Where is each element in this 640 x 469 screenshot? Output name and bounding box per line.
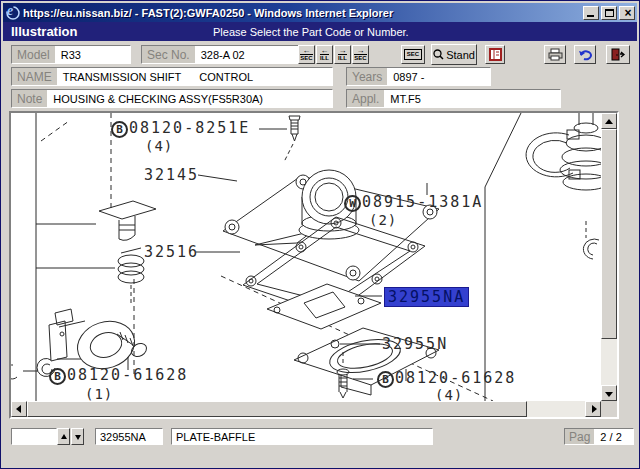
next-section-button[interactable]: → SEC [352,45,369,64]
secno-field[interactable]: Sec No. 328-A 02 [141,45,301,64]
book-icon [489,48,502,61]
scrollbar-corner [601,401,617,417]
illustration-viewport[interactable]: B08120-8251E (4) 32145 W08915-1381A (2) … [11,113,601,401]
plate-32145 [223,170,439,281]
illustration-frame: B08120-8251E (4) 32145 W08915-1381A (2) … [9,111,619,419]
secno-value: 328-A 02 [195,46,245,63]
prev-section-button[interactable]: ← SEC [298,45,315,64]
name-label: NAME [12,68,57,85]
window-title: https://eu.nissan.biz/ - FAST(2):GWFA025… [23,7,581,19]
print-button[interactable] [544,45,566,64]
parts-manual-button[interactable] [485,45,505,64]
next-illustration-button[interactable]: → ILL [334,45,351,64]
prev-section-label: SEC [300,54,312,62]
part-label-32145[interactable]: 32145 [144,166,199,184]
circled-b-icon: B [49,368,66,385]
spin-up-button[interactable] [57,428,70,445]
internet-explorer-icon: e [6,6,20,20]
maximize-icon [605,9,614,17]
page-title: Illustration [11,24,77,39]
arrow-down-icon [75,435,81,440]
part-label-08915-1381A[interactable]: W08915-1381A [344,193,483,212]
circled-b-icon: B [377,371,394,388]
horizontal-scrollbar[interactable] [11,401,601,417]
scroll-up-button[interactable] [601,113,617,129]
name-field: NAME TRANSMISSION SHIFT CONTROL [11,67,333,86]
window-titlebar: e https://eu.nissan.biz/ - FAST(2):GWFA0… [3,3,637,22]
circled-b-icon: B [111,121,128,138]
check-spring [118,248,144,305]
scroll-down-button[interactable] [601,385,617,401]
model-label: Model [12,46,55,63]
exit-button[interactable] [606,45,630,64]
note-field: Note HOUSING & CHECKING ASSY(FS5R30A) [11,89,333,108]
part-label-08120-8251E[interactable]: B08120-8251E [111,119,250,138]
stand-label: Stand [446,49,475,61]
maximize-button[interactable] [601,6,617,20]
part-label-32516[interactable]: 32516 [144,243,199,261]
printer-icon [548,48,563,61]
minimize-button[interactable] [583,6,599,20]
secno-label: Sec No. [142,46,195,63]
part-label-32955NA-selected[interactable]: 32955NA [384,287,469,307]
appl-field: Appl. MT.F5 [346,89,561,108]
app-header: Illustration Please Select the Part Code… [3,22,637,41]
years-label: Years [347,68,387,85]
scroll-right-button[interactable] [585,401,601,417]
check-ball-plug [99,201,156,240]
close-icon: × [620,6,636,20]
snap-ring-right [583,239,599,259]
diagram-svg [11,113,601,401]
model-value: R33 [55,46,81,63]
qty-label: (4) [145,138,173,154]
qty-label: (1) [85,386,113,401]
model-field[interactable]: Model R33 [11,45,131,64]
close-button[interactable]: × [619,6,635,20]
next-section-label: SEC [354,54,366,62]
browser-window: e https://eu.nissan.biz/ - FAST(2):GWFA0… [0,0,640,469]
appl-value: MT.F5 [384,90,421,107]
bolt-8251e [284,116,300,162]
section-list-button[interactable]: SEC [401,45,425,64]
exit-door-icon [611,48,626,61]
h-scroll-thumb[interactable] [27,401,527,417]
prev-illustration-label: ILL [320,54,329,62]
jump-input[interactable] [11,428,57,445]
years-field: Years 0897 - [346,67,491,86]
prev-illustration-button[interactable]: ← ILL [316,45,333,64]
name-value: TRANSMISSION SHIFT CONTROL [57,68,253,85]
part-code-box: 32955NA [95,428,163,445]
spin-down-button[interactable] [71,428,84,445]
arrow-left-icon [16,405,21,413]
part-label-32955N[interactable]: 32955N [382,335,448,353]
bolt-61628-left [117,332,149,370]
qty-label: (2) [369,212,397,228]
page-label: Pag [565,429,594,444]
vertical-scrollbar[interactable] [601,113,617,401]
part-label-08120-61628-left[interactable]: B08120-61628 [49,366,188,385]
qty-label: (4) [435,387,463,401]
arrow-up-icon [605,119,613,124]
note-label: Note [12,90,47,107]
page-value: 2 / 2 [594,429,621,444]
v-scroll-thumb[interactable] [601,129,617,339]
minimize-icon [587,15,594,17]
scroll-left-button[interactable] [11,401,27,417]
undo-button[interactable] [574,45,596,64]
arrow-up-icon [61,434,67,439]
circled-w-icon: W [344,195,361,212]
section-list-icon: SEC [404,49,422,60]
stand-button[interactable]: Stand [431,44,477,65]
next-illustration-label: ILL [338,54,347,62]
arrow-down-icon [605,392,613,397]
part-label-08120-61628-right[interactable]: B08120-61628 [377,369,516,388]
page-indicator: Pag 2 / 2 [564,428,634,445]
undo-arrow-icon [578,49,593,61]
years-value: 0897 - [387,68,424,85]
arrow-right-icon [592,405,597,413]
note-value: HOUSING & CHECKING ASSY(FS5R30A) [47,90,263,107]
appl-label: Appl. [347,90,384,107]
magnifier-icon [433,49,444,60]
status-message: Please Select the Part Code or Number. [213,26,409,38]
part-name-box: PLATE-BAFFLE [171,428,433,445]
